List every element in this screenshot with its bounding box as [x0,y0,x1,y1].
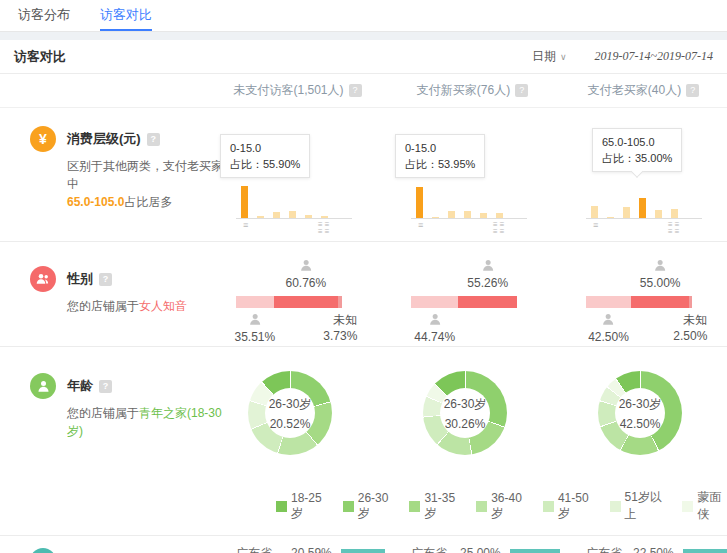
chart-tooltip: 0-15.0占比：55.90% [220,134,310,178]
male-percent: 44.74% [414,330,455,344]
region-row: 广东省25.00% [385,542,560,553]
bar [591,206,598,219]
legend-swatch [409,501,420,512]
legend-swatch [476,501,487,512]
bar [321,216,328,218]
bar [480,213,487,218]
help-icon[interactable]: ? [99,380,112,393]
region-row: 广东省20.59% [210,542,385,553]
age-donut-chart[interactable]: 26-30岁20.52% [248,371,332,455]
legend-item-5: 51岁以上 [610,489,667,523]
male-segment [236,296,274,308]
donut-center-percent: 42.50% [620,417,661,431]
unknown-label-group: 未知3.73% [323,312,357,344]
help-icon[interactable]: ? [515,84,528,97]
gender-chart-1[interactable]: 55.26%44.74% [385,242,560,346]
legend-item-0: 18-25岁 [276,491,327,522]
chart-tooltip: 65.0-105.0占比：35.00% [592,128,682,172]
legend-label: 蒙面侠 [697,489,727,523]
legend-label: 51岁以上 [625,489,667,523]
gender-chart-2[interactable]: 55.00%42.50%未知2.50% [560,242,727,346]
region-left-block: 地域TOP ? 您的访客聚集在广东省 [0,536,210,553]
bar [655,210,662,218]
legend-item-3: 36-40岁 [476,491,527,522]
consumption-desc: 区别于其他两类，支付老买家中 65.0-105.0占比居多 [67,157,227,211]
legend-swatch [276,501,287,512]
gender-stacked-bar [411,296,517,308]
people-icon [30,266,56,292]
date-range-picker[interactable]: 2019-07-14~2019-07-14 [595,49,713,64]
female-percent: 60.76% [285,276,326,290]
female-icon [653,258,668,273]
help-icon[interactable]: ? [686,84,699,97]
tooltip-range: 0-15.0 [405,140,475,156]
bar [289,211,296,218]
bar [432,217,439,218]
help-icon[interactable]: ? [349,84,362,97]
region-name: 广东省 [411,545,455,553]
consumption-chart-2[interactable]: 65.0-105.0占比：35.00%≡≡≡≡≡ [560,108,727,241]
male-label-group: 35.51% [234,312,275,344]
unknown-label-group: 未知2.50% [673,312,707,344]
chevron-down-icon: ∨ [560,52,567,62]
bar [305,215,312,218]
bar [273,212,280,218]
region-bar [341,549,385,553]
male-percent: 35.51% [234,330,275,344]
region-bar [683,549,727,553]
legend-swatch [343,501,354,512]
donut-center-category: 26-30岁 [619,396,662,413]
coin-stack-icon: ≡≡≡≡ [318,221,329,235]
legend-item-6: 蒙面侠 [682,489,727,523]
female-percent: 55.00% [640,276,681,290]
consumption-chart-0[interactable]: 0-15.0占比：55.90%≡≡≡≡≡ [210,108,385,241]
tooltip-range: 0-15.0 [230,140,300,156]
male-percent: 42.50% [588,330,629,344]
consumption-chart-1[interactable]: 0-15.0占比：53.95%≡≡≡≡≡ [385,108,560,241]
help-icon[interactable]: ? [99,273,112,286]
coin-icon: ≡ [675,228,680,235]
female-label-group: 55.00% [640,258,681,290]
tab-visitor-comparison[interactable]: 访客对比 [100,0,152,31]
tab-visitor-distribution[interactable]: 访客分布 [18,0,70,31]
legend-item-2: 31-35岁 [409,491,460,522]
donut-center-label: 26-30岁30.26% [440,388,490,438]
tooltip-share: 占比：35.00% [602,150,672,166]
age-donut-chart[interactable]: 26-30岁30.26% [423,371,507,455]
male-icon [601,312,616,327]
gender-chart-wrap: 60.76%35.51%未知3.73% [236,242,342,346]
bar [639,198,646,218]
consumption-desc-suffix: 占比居多 [124,195,172,209]
donut-center-percent: 30.26% [445,417,486,431]
female-segment [274,296,338,308]
bar-chart [411,187,527,219]
date-filter-label: 日期 [532,48,556,65]
region-chart-1: 广东省25.00%浙江省11.84% [385,536,560,553]
gender-stacked-bar [586,296,692,308]
section-gender: 性别 ? 您的店铺属于女人知音 60.76%35.51%未知3.73%55.26… [0,242,727,347]
bar [416,187,423,218]
age-desc: 您的店铺属于青年之家(18-30岁) [67,404,227,440]
bar [623,207,630,218]
region-chart-0: 广东省20.59%浙江省11.06% [210,536,385,553]
coin-icon: ≡ [593,221,598,229]
help-icon[interactable]: ? [147,133,160,146]
gender-chart-0[interactable]: 60.76%35.51%未知3.73% [210,242,385,346]
chart-tooltip: 0-15.0占比：53.95% [395,134,485,178]
legend-label: 31-35岁 [424,491,460,522]
region-bar [510,549,560,553]
section-consumption-level: ¥ 消费层级(元) ? 区别于其他两类，支付老买家中 65.0-105.0占比居… [0,108,727,242]
legend-swatch [543,501,554,512]
male-icon [427,312,442,327]
legend-label: 26-30岁 [358,491,394,522]
bar [464,211,471,218]
gender-title: 性别 [67,270,93,288]
bar [671,209,678,218]
gender-left-block: 性别 ? 您的店铺属于女人知音 [0,242,210,346]
age-donut-chart[interactable]: 26-30岁42.50% [598,371,682,455]
date-filter-dropdown[interactable]: 日期 ∨ [532,48,567,65]
gender-desc: 您的店铺属于女人知音 [67,297,227,315]
female-segment [631,296,689,308]
tooltip-range: 65.0-105.0 [602,134,672,150]
gender-chart-wrap: 55.00%42.50%未知2.50% [586,242,692,346]
